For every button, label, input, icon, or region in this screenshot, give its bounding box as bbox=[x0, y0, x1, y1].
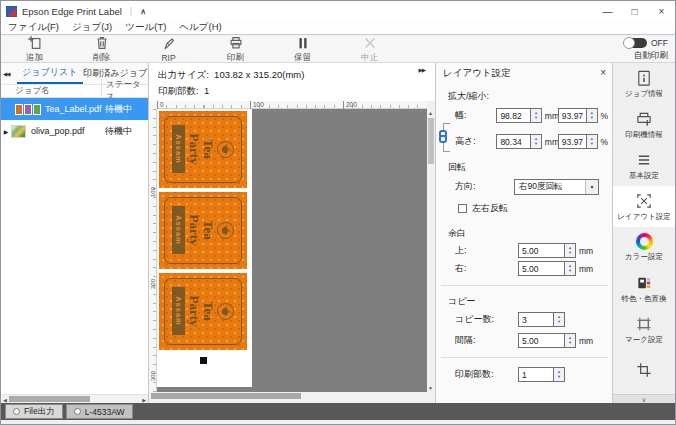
height-mm-spinner[interactable]: ▲▼ bbox=[531, 134, 542, 149]
sidebar-item-label: カラー設定 bbox=[625, 252, 663, 262]
vertical-scrollbar[interactable]: ▲ ▼ bbox=[427, 109, 435, 392]
margin-top-input[interactable]: 5.00 bbox=[518, 243, 565, 258]
sidebar-item-color-settings[interactable]: カラー設定 bbox=[613, 227, 675, 268]
ruler-tick: 200 bbox=[343, 101, 357, 109]
sidebar-item-layout-settings[interactable]: レイアウト設定 bbox=[613, 186, 675, 227]
collapse-toolbar-icon[interactable]: ∧ bbox=[140, 7, 146, 16]
sidebar-scroll-down[interactable]: ∨ bbox=[613, 394, 675, 403]
width-percent-spinner[interactable]: ▲▼ bbox=[587, 108, 598, 123]
interval-label: 間隔: bbox=[455, 334, 518, 347]
page-thumbnail bbox=[11, 125, 26, 138]
page-thumbnail bbox=[15, 104, 23, 115]
sidebar-item-spot-color[interactable]: 特色・色置換 bbox=[613, 268, 675, 309]
close-button[interactable]: × bbox=[648, 1, 675, 21]
print-button[interactable]: 印刷 bbox=[202, 36, 269, 62]
unit-mm: mm bbox=[579, 264, 592, 274]
tab-job-list[interactable]: ジョブリスト bbox=[17, 63, 83, 84]
copy-group-label: コピー bbox=[448, 295, 613, 308]
sidebar-item-mark-settings[interactable]: マーク設定 bbox=[613, 309, 675, 350]
link-width-height-icon[interactable] bbox=[439, 130, 447, 143]
app-icon bbox=[6, 6, 17, 17]
scrollbar-thumb[interactable] bbox=[428, 118, 434, 164]
interval-spinner[interactable]: ▲▼ bbox=[565, 333, 576, 348]
printer-tab-file-output[interactable]: File出力 bbox=[5, 404, 63, 419]
menu-tool[interactable]: ツール(T) bbox=[125, 21, 166, 34]
crop-icon bbox=[635, 361, 653, 379]
mirror-checkbox[interactable] bbox=[458, 204, 467, 213]
collapse-panel-icon[interactable]: ◀◀ bbox=[1, 71, 17, 77]
sidebar-item-basic-settings[interactable]: 基本設定 bbox=[613, 145, 675, 186]
print-page: Tea Party Assam Tea Party Assam bbox=[157, 109, 252, 387]
copy-count-spinner[interactable]: ▲▼ bbox=[554, 312, 565, 327]
scroll-up-icon[interactable]: ▲ bbox=[428, 110, 433, 116]
job-table-header: ジョブ名 ステータス bbox=[1, 85, 148, 98]
horizontal-scrollbar[interactable] bbox=[149, 392, 435, 400]
sidebar-item-label: 印刷機情報 bbox=[625, 130, 663, 140]
margin-top-label: 上: bbox=[455, 244, 518, 257]
height-percent-spinner[interactable]: ▲▼ bbox=[587, 134, 598, 149]
job-status: 待機中 bbox=[105, 125, 132, 138]
interval-input[interactable]: 5.00 bbox=[518, 333, 565, 348]
scale-group-label: 拡大/縮小: bbox=[448, 90, 613, 103]
ruler-tick: 100 bbox=[150, 184, 156, 200]
rotation-direction-select[interactable]: 右90度回転 ▼ bbox=[514, 179, 599, 195]
height-percent-input[interactable]: 93.97 bbox=[558, 134, 587, 149]
width-mm-spinner[interactable]: ▲▼ bbox=[531, 108, 542, 123]
print-copies-input[interactable]: 1 bbox=[518, 367, 554, 382]
window-bottom-edge bbox=[1, 420, 675, 424]
preview-canvas[interactable]: Tea Party Assam Tea Party Assam bbox=[157, 109, 427, 392]
menu-job[interactable]: ジョブ(J) bbox=[72, 21, 112, 34]
table-row[interactable]: Tea_Label.pdf 待機中 bbox=[1, 98, 148, 120]
height-mm-input[interactable]: 80.34 bbox=[496, 134, 531, 149]
sidebar-item-label: ジョブ情報 bbox=[625, 89, 663, 99]
copy-count-label: コピー数: bbox=[455, 313, 518, 326]
close-panel-icon[interactable]: × bbox=[600, 67, 606, 78]
printer-tab-label: L-4533AW bbox=[85, 407, 125, 417]
margin-right-input[interactable]: 5.00 bbox=[518, 261, 565, 276]
hold-button[interactable]: 保留 bbox=[269, 36, 336, 62]
layout-settings-icon bbox=[635, 192, 653, 210]
menu-help[interactable]: ヘルプ(H) bbox=[179, 21, 221, 34]
auto-print-toggle[interactable] bbox=[625, 38, 647, 48]
width-mm-input[interactable]: 98.82 bbox=[496, 108, 531, 123]
panel-title: レイアウト設定 bbox=[436, 63, 613, 84]
printer-info-icon bbox=[635, 110, 653, 128]
printer-tab-l4533aw[interactable]: L-4533AW bbox=[66, 404, 133, 419]
chevron-down-icon[interactable]: ▼ bbox=[585, 180, 598, 194]
label-title: Tea Party bbox=[187, 289, 214, 333]
margin-right-spinner[interactable]: ▲▼ bbox=[565, 261, 576, 276]
table-row[interactable]: ▶ oliva_pop.pdf 待機中 bbox=[1, 120, 148, 142]
job-name: oliva_pop.pdf bbox=[31, 126, 85, 136]
maximize-button[interactable]: □ bbox=[621, 1, 648, 21]
printer-tab-label: File出力 bbox=[24, 406, 55, 418]
width-percent-input[interactable]: 93.97 bbox=[558, 108, 587, 123]
add-job-button[interactable]: 追加 bbox=[1, 36, 68, 62]
copy-count-input[interactable]: 3 bbox=[518, 312, 554, 327]
sidebar-item-printer-info[interactable]: 印刷機情報 bbox=[613, 104, 675, 145]
rip-button[interactable]: RIP bbox=[135, 36, 202, 62]
minimize-button[interactable]: — bbox=[594, 1, 621, 21]
scrollbar-thumb[interactable] bbox=[151, 393, 301, 399]
ruler-tick: 300 bbox=[150, 368, 156, 384]
add-document-icon bbox=[27, 35, 43, 51]
ruler-tick: 0 bbox=[157, 101, 164, 109]
print-copies-spinner[interactable]: ▲▼ bbox=[554, 367, 565, 382]
expand-row-icon[interactable]: ▶ bbox=[1, 128, 11, 135]
sidebar-item-job-info[interactable]: ジョブ情報 bbox=[613, 63, 675, 104]
print-label: 印刷 bbox=[227, 52, 244, 64]
scrollbar-thumb[interactable] bbox=[9, 396, 90, 402]
delete-job-button[interactable]: 削除 bbox=[68, 36, 135, 62]
sidebar-item-crop[interactable] bbox=[613, 350, 675, 391]
margin-top-spinner[interactable]: ▲▼ bbox=[565, 243, 576, 258]
vertical-ruler: 100 200 300 bbox=[149, 109, 157, 392]
unit-mm: mm bbox=[545, 111, 558, 121]
scroll-down-icon[interactable]: ▼ bbox=[428, 385, 433, 391]
menu-file[interactable]: ファイル(F) bbox=[8, 21, 59, 34]
expand-panel-icon[interactable]: ▶▶ bbox=[419, 67, 425, 73]
menu-bar: ファイル(F) ジョブ(J) ツール(T) ヘルプ(H) bbox=[1, 21, 675, 35]
auto-print-control: OFF 自動印刷 bbox=[625, 38, 668, 62]
auto-print-state: OFF bbox=[651, 38, 668, 48]
page-thumbnail bbox=[24, 104, 32, 115]
rip-pen-icon bbox=[161, 36, 177, 52]
horizontal-scrollbar[interactable]: ◀ ▶ bbox=[1, 394, 148, 403]
